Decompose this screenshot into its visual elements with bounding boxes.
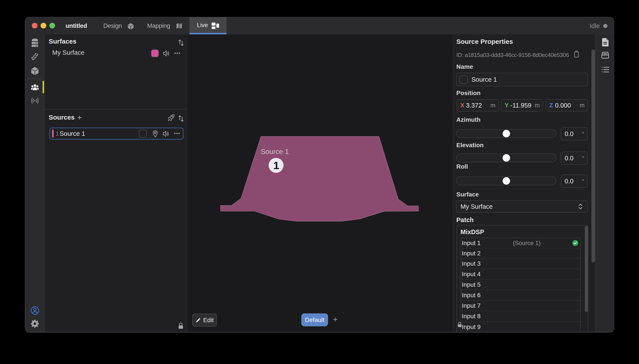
svg-text:Source 1: Source 1 (261, 148, 289, 156)
svg-text:1: 1 (273, 160, 279, 171)
